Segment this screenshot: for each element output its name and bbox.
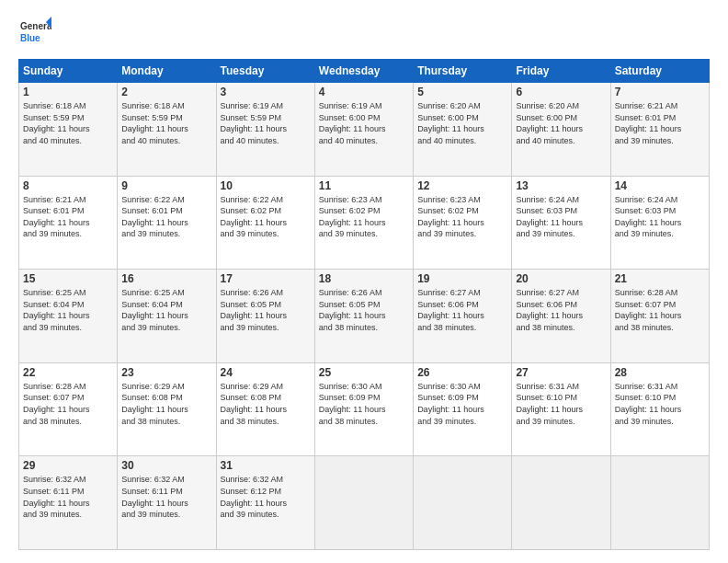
day-info: Sunrise: 6:32 AM Sunset: 6:11 PM Dayligh… [121,474,211,520]
day-info: Sunrise: 6:18 AM Sunset: 5:59 PM Dayligh… [121,100,211,146]
day-info: Sunrise: 6:19 AM Sunset: 6:00 PM Dayligh… [319,100,409,146]
svg-text:Blue: Blue [20,33,40,43]
day-info: Sunrise: 6:26 AM Sunset: 6:05 PM Dayligh… [319,287,409,333]
day-info: Sunrise: 6:30 AM Sunset: 6:09 PM Dayligh… [417,381,507,427]
day-info: Sunrise: 6:30 AM Sunset: 6:09 PM Dayligh… [319,381,409,427]
day-info: Sunrise: 6:25 AM Sunset: 6:04 PM Dayligh… [121,287,211,333]
calendar-cell: 3Sunrise: 6:19 AM Sunset: 5:59 PM Daylig… [216,83,314,177]
day-info: Sunrise: 6:28 AM Sunset: 6:07 PM Dayligh… [23,381,113,427]
day-info: Sunrise: 6:27 AM Sunset: 6:06 PM Dayligh… [417,287,507,333]
calendar-cell: 7Sunrise: 6:21 AM Sunset: 6:01 PM Daylig… [610,83,709,177]
day-number: 26 [417,366,507,379]
calendar-cell [414,456,512,550]
day-info: Sunrise: 6:32 AM Sunset: 6:12 PM Dayligh… [221,474,311,520]
calendar-cell: 24Sunrise: 6:29 AM Sunset: 6:08 PM Dayli… [216,362,314,456]
calendar-cell: 31Sunrise: 6:32 AM Sunset: 6:12 PM Dayli… [216,456,314,550]
calendar-week-row: 1Sunrise: 6:18 AM Sunset: 5:59 PM Daylig… [19,83,710,177]
calendar-cell: 20Sunrise: 6:27 AM Sunset: 6:06 PM Dayli… [512,270,610,363]
calendar-cell: 29Sunrise: 6:32 AM Sunset: 6:11 PM Dayli… [19,456,118,550]
calendar-cell: 21Sunrise: 6:28 AM Sunset: 6:07 PM Dayli… [610,270,709,363]
calendar-header-monday: Monday [118,60,216,83]
day-number: 8 [23,179,113,192]
day-number: 25 [319,366,409,379]
day-number: 21 [615,272,705,285]
day-info: Sunrise: 6:23 AM Sunset: 6:02 PM Dayligh… [417,194,507,240]
calendar-cell: 11Sunrise: 6:23 AM Sunset: 6:02 PM Dayli… [314,176,413,270]
day-info: Sunrise: 6:19 AM Sunset: 5:59 PM Dayligh… [221,100,311,146]
day-info: Sunrise: 6:31 AM Sunset: 6:10 PM Dayligh… [516,381,606,427]
calendar-cell [314,456,413,550]
day-number: 1 [23,86,113,98]
day-info: Sunrise: 6:26 AM Sunset: 6:05 PM Dayligh… [221,287,311,333]
day-number: 20 [516,272,606,285]
day-number: 24 [221,366,311,379]
calendar-header-sunday: Sunday [19,60,118,83]
calendar-cell: 26Sunrise: 6:30 AM Sunset: 6:09 PM Dayli… [414,362,512,456]
day-info: Sunrise: 6:21 AM Sunset: 6:01 PM Dayligh… [23,194,113,240]
day-info: Sunrise: 6:32 AM Sunset: 6:11 PM Dayligh… [23,474,113,520]
calendar-cell [512,456,610,550]
calendar-cell: 12Sunrise: 6:23 AM Sunset: 6:02 PM Dayli… [414,176,512,270]
calendar-cell: 18Sunrise: 6:26 AM Sunset: 6:05 PM Dayli… [314,270,413,363]
calendar-cell: 15Sunrise: 6:25 AM Sunset: 6:04 PM Dayli… [19,270,118,363]
day-number: 15 [23,272,113,285]
calendar-cell: 13Sunrise: 6:24 AM Sunset: 6:03 PM Dayli… [512,176,610,270]
day-info: Sunrise: 6:29 AM Sunset: 6:08 PM Dayligh… [221,381,311,427]
day-info: Sunrise: 6:31 AM Sunset: 6:10 PM Dayligh… [615,381,705,427]
calendar-header-friday: Friday [512,60,610,83]
calendar-cell [610,456,709,550]
day-info: Sunrise: 6:22 AM Sunset: 6:01 PM Dayligh… [121,194,211,240]
calendar-cell: 1Sunrise: 6:18 AM Sunset: 5:59 PM Daylig… [19,83,118,177]
calendar-cell: 4Sunrise: 6:19 AM Sunset: 6:00 PM Daylig… [314,83,413,177]
calendar-cell: 16Sunrise: 6:25 AM Sunset: 6:04 PM Dayli… [118,270,216,363]
day-number: 7 [615,86,705,98]
calendar-week-row: 29Sunrise: 6:32 AM Sunset: 6:11 PM Dayli… [19,456,710,550]
day-number: 18 [319,272,409,285]
day-info: Sunrise: 6:25 AM Sunset: 6:04 PM Dayligh… [23,287,113,333]
calendar-cell: 25Sunrise: 6:30 AM Sunset: 6:09 PM Dayli… [314,362,413,456]
calendar-cell: 27Sunrise: 6:31 AM Sunset: 6:10 PM Dayli… [512,362,610,456]
calendar-cell: 6Sunrise: 6:20 AM Sunset: 6:00 PM Daylig… [512,83,610,177]
day-info: Sunrise: 6:23 AM Sunset: 6:02 PM Dayligh… [319,194,409,240]
day-info: Sunrise: 6:21 AM Sunset: 6:01 PM Dayligh… [615,100,705,146]
calendar-cell: 23Sunrise: 6:29 AM Sunset: 6:08 PM Dayli… [118,362,216,456]
header: General Blue [18,17,710,50]
day-number: 2 [121,86,211,98]
calendar-week-row: 8Sunrise: 6:21 AM Sunset: 6:01 PM Daylig… [19,176,710,270]
day-number: 9 [121,179,211,192]
day-info: Sunrise: 6:24 AM Sunset: 6:03 PM Dayligh… [615,194,705,240]
day-info: Sunrise: 6:20 AM Sunset: 6:00 PM Dayligh… [417,100,507,146]
day-number: 16 [121,272,211,285]
day-number: 6 [516,86,606,98]
calendar-cell: 22Sunrise: 6:28 AM Sunset: 6:07 PM Dayli… [19,362,118,456]
logo-svg: General Blue [18,17,51,50]
day-info: Sunrise: 6:27 AM Sunset: 6:06 PM Dayligh… [516,287,606,333]
day-info: Sunrise: 6:22 AM Sunset: 6:02 PM Dayligh… [221,194,311,240]
calendar-cell: 9Sunrise: 6:22 AM Sunset: 6:01 PM Daylig… [118,176,216,270]
day-number: 17 [221,272,311,285]
calendar-cell: 28Sunrise: 6:31 AM Sunset: 6:10 PM Dayli… [610,362,709,456]
calendar-cell: 5Sunrise: 6:20 AM Sunset: 6:00 PM Daylig… [414,83,512,177]
day-info: Sunrise: 6:28 AM Sunset: 6:07 PM Dayligh… [615,287,705,333]
day-number: 11 [319,179,409,192]
calendar-cell: 10Sunrise: 6:22 AM Sunset: 6:02 PM Dayli… [216,176,314,270]
day-number: 10 [221,179,311,192]
calendar-header-saturday: Saturday [610,60,709,83]
day-number: 13 [516,179,606,192]
day-number: 3 [221,86,311,98]
calendar-cell: 19Sunrise: 6:27 AM Sunset: 6:06 PM Dayli… [414,270,512,363]
day-number: 22 [23,366,113,379]
calendar-header-row: SundayMondayTuesdayWednesdayThursdayFrid… [19,60,710,83]
day-number: 4 [319,86,409,98]
calendar-cell: 30Sunrise: 6:32 AM Sunset: 6:11 PM Dayli… [118,456,216,550]
day-number: 27 [516,366,606,379]
calendar-header-thursday: Thursday [414,60,512,83]
day-info: Sunrise: 6:20 AM Sunset: 6:00 PM Dayligh… [516,100,606,146]
calendar-header-tuesday: Tuesday [216,60,314,83]
page: General Blue SundayMondayTuesdayWednesda… [0,0,728,563]
calendar-cell: 2Sunrise: 6:18 AM Sunset: 5:59 PM Daylig… [118,83,216,177]
calendar-cell: 8Sunrise: 6:21 AM Sunset: 6:01 PM Daylig… [19,176,118,270]
day-number: 31 [221,459,311,472]
day-number: 14 [615,179,705,192]
calendar-table: SundayMondayTuesdayWednesdayThursdayFrid… [18,59,710,550]
